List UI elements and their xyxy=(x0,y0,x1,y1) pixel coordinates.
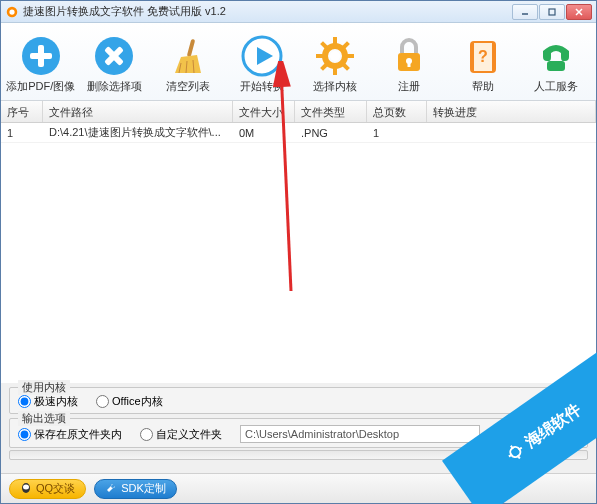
svg-rect-8 xyxy=(30,53,52,59)
add-file-button[interactable]: 添加PDF/图像 xyxy=(5,30,77,100)
svg-rect-20 xyxy=(333,67,337,75)
select-engine-label: 选择内核 xyxy=(313,79,357,94)
output-path-input[interactable] xyxy=(240,425,480,443)
window-buttons xyxy=(512,4,592,20)
sdk-button[interactable]: SDK定制 xyxy=(94,479,177,499)
svg-text:?: ? xyxy=(478,48,488,65)
svg-point-27 xyxy=(330,51,340,61)
cell-pages: 1 xyxy=(367,125,427,141)
gear-icon xyxy=(314,35,356,77)
engine-groupbox: 使用内核 极速内核 Office内核 xyxy=(9,387,588,414)
col-path[interactable]: 文件路径 xyxy=(43,101,233,122)
svg-rect-32 xyxy=(547,61,565,71)
plus-circle-icon xyxy=(20,35,62,77)
svg-rect-19 xyxy=(333,37,337,45)
select-engine-button[interactable]: 选择内核 xyxy=(300,30,372,100)
cell-seq: 1 xyxy=(1,125,43,141)
minimize-button[interactable] xyxy=(512,4,538,20)
svg-point-37 xyxy=(508,445,522,459)
lock-icon xyxy=(388,35,430,77)
col-progress[interactable]: 转换进度 xyxy=(427,101,596,122)
help-book-icon: ? xyxy=(462,35,504,77)
engine-legend: 使用内核 xyxy=(18,380,70,395)
cell-type: .PNG xyxy=(295,125,367,141)
table-header: 序号 文件路径 文件大小 文件类型 总页数 转换进度 xyxy=(1,101,596,123)
svg-rect-3 xyxy=(549,9,555,15)
svg-rect-12 xyxy=(187,39,196,57)
svg-rect-22 xyxy=(346,54,354,58)
service-button[interactable]: 人工服务 xyxy=(520,30,592,100)
fast-engine-radio[interactable]: 极速内核 xyxy=(18,394,78,409)
cell-path: D:\4.21\捷速图片转换成文字软件\... xyxy=(43,123,233,142)
help-label: 帮助 xyxy=(472,79,494,94)
cell-progress xyxy=(427,131,596,135)
output-legend: 输出选项 xyxy=(18,411,70,426)
clear-list-button[interactable]: 清空列表 xyxy=(152,30,224,100)
qq-icon xyxy=(20,482,32,496)
play-circle-icon xyxy=(241,35,283,77)
help-button[interactable]: ? 帮助 xyxy=(447,30,519,100)
start-convert-label: 开始转换 xyxy=(240,79,284,94)
toolbar: 添加PDF/图像 删除选择项 清空列表 开始转换 选择内核 注册 ? 帮助 人工 xyxy=(1,23,596,101)
maximize-button[interactable] xyxy=(539,4,565,20)
banner-text: 海绵软件 xyxy=(521,399,585,453)
office-engine-radio[interactable]: Office内核 xyxy=(96,394,163,409)
start-convert-button[interactable]: 开始转换 xyxy=(226,30,298,100)
titlebar: 捷速图片转换成文字软件 免费试用版 v1.2 xyxy=(1,1,596,23)
svg-rect-21 xyxy=(316,54,324,58)
col-size[interactable]: 文件大小 xyxy=(233,101,295,122)
wrench-icon xyxy=(105,482,117,496)
table-body[interactable]: 1 D:\4.21\捷速图片转换成文字软件\... 0M .PNG 1 xyxy=(1,123,596,383)
svg-rect-30 xyxy=(407,62,410,67)
col-type[interactable]: 文件类型 xyxy=(295,101,367,122)
window-title: 捷速图片转换成文字软件 免费试用版 v1.2 xyxy=(23,4,512,19)
service-label: 人工服务 xyxy=(534,79,578,94)
svg-point-34 xyxy=(23,484,29,489)
app-icon xyxy=(5,5,19,19)
close-button[interactable] xyxy=(566,4,592,20)
col-pages[interactable]: 总页数 xyxy=(367,101,427,122)
col-seq[interactable]: 序号 xyxy=(1,101,43,122)
phone-icon xyxy=(535,35,577,77)
register-label: 注册 xyxy=(398,79,420,94)
same-folder-radio[interactable]: 保存在原文件夹内 xyxy=(18,427,122,442)
remove-item-button[interactable]: 删除选择项 xyxy=(79,30,151,100)
x-circle-icon xyxy=(93,35,135,77)
remove-item-label: 删除选择项 xyxy=(87,79,142,94)
table-row[interactable]: 1 D:\4.21\捷速图片转换成文字软件\... 0M .PNG 1 xyxy=(1,123,596,143)
add-file-label: 添加PDF/图像 xyxy=(6,79,75,94)
app-window: 捷速图片转换成文字软件 免费试用版 v1.2 添加PDF/图像 删除选择项 清空… xyxy=(0,0,597,504)
banner-gear-icon xyxy=(504,441,526,463)
qq-chat-button[interactable]: QQ交谈 xyxy=(9,479,86,499)
svg-point-1 xyxy=(9,9,14,14)
clear-list-label: 清空列表 xyxy=(166,79,210,94)
register-button[interactable]: 注册 xyxy=(373,30,445,100)
cell-size: 0M xyxy=(233,125,295,141)
custom-folder-radio[interactable]: 自定义文件夹 xyxy=(140,427,222,442)
broom-icon xyxy=(167,35,209,77)
